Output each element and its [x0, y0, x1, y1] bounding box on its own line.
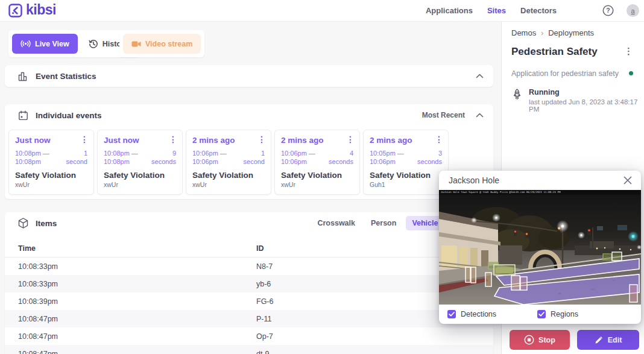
nav-applications[interactable]: Applications — [426, 6, 473, 15]
row-time: 10:08:39pm — [5, 297, 256, 306]
items-section: Items Crosswalk Person Vehicle Safety Ti… — [5, 212, 493, 354]
individual-events-section: Individual events Most Recent Just now ⋮… — [5, 104, 493, 199]
table-row[interactable]: 10:08:47pm Op-7 — [5, 327, 493, 345]
history-clock-icon — [89, 39, 98, 49]
breadcrumb: Demos › Deployments — [511, 28, 594, 37]
breadcrumb-deployments[interactable]: Deployments — [548, 28, 594, 37]
chevron-up-icon[interactable] — [476, 113, 484, 118]
event-id: xwUr — [192, 181, 265, 188]
detections-label: Detections — [461, 310, 496, 318]
event-time-range: 10:06pm —10:06pm — [281, 149, 315, 166]
top-bar: kibsi Applications Sites Detectors ? a — [0, 0, 644, 22]
edit-label: Edit — [608, 336, 622, 344]
avatar[interactable]: a — [627, 4, 639, 17]
table-row[interactable]: 10:08:39pm FG-6 — [5, 292, 493, 310]
deployment-actions: Stop Edit — [510, 330, 639, 350]
detections-checkbox[interactable] — [447, 310, 456, 318]
row-time: 10:08:47pm — [5, 350, 256, 354]
items-header: Items Crosswalk Person Vehicle Safety — [5, 212, 493, 234]
event-duration: 1second — [66, 149, 87, 166]
nav-detectors[interactable]: Detectors — [520, 6, 557, 15]
row-id: Op-7 — [256, 332, 493, 341]
live-view-button[interactable]: Live View — [12, 34, 78, 54]
event-time-ago: 2 mins ago — [281, 136, 353, 145]
kibsi-logo-text: kibsi — [26, 2, 56, 18]
event-time-ago: 2 mins ago — [192, 136, 265, 145]
breadcrumb-demos[interactable]: Demos — [511, 28, 536, 37]
event-duration: 9seconds — [151, 149, 176, 166]
kebab-menu-icon[interactable]: ⋮ — [169, 135, 177, 144]
event-card[interactable]: 2 mins ago ⋮ 10:05pm —10:06pm 3seconds S… — [363, 130, 449, 195]
stream-toggle-group: Video stream — [119, 30, 204, 57]
table-row[interactable]: 10:08:47pm P-11 — [5, 310, 493, 327]
event-time-ago: Just now — [104, 136, 176, 145]
kebab-menu-icon[interactable]: ⋮ — [257, 135, 266, 144]
event-card[interactable]: 2 mins ago ⋮ 10:06pm —10:06pm 4seconds S… — [274, 130, 360, 195]
event-card[interactable]: Just now ⋮ 10:08pm —10:08pm 1second Safe… — [8, 130, 94, 195]
camera-preview-modal: Jackson Hole — [439, 171, 641, 324]
nav-sites[interactable]: Sites — [487, 6, 506, 15]
calendar-icon — [18, 110, 28, 121]
camera-osd-text: Jackson Hole Town Square @ Yeah Buddy Pi… — [441, 191, 561, 194]
main-content: Live View History Video stream Event Sta… — [0, 22, 502, 354]
event-id: xwUr — [281, 181, 353, 188]
modal-header: Jackson Hole — [439, 171, 641, 190]
kibsi-logo[interactable]: kibsi — [8, 4, 56, 18]
table-row[interactable]: 10:08:47pm dt-9 — [5, 345, 493, 354]
individual-events-header[interactable]: Individual events Most Recent — [5, 104, 493, 126]
tab-vehicle[interactable]: Vehicle — [406, 216, 444, 230]
online-status-dot — [629, 71, 633, 75]
cube-icon — [18, 218, 28, 229]
svg-text:?: ? — [606, 7, 610, 14]
pencil-icon — [595, 335, 604, 344]
event-time-range: 10:08pm —10:08pm — [15, 149, 49, 166]
event-time-range: 10:05pm —10:06pm — [370, 149, 404, 166]
rocket-icon — [511, 88, 523, 113]
stop-label: Stop — [538, 336, 555, 344]
event-type: Safety Violation — [192, 171, 265, 180]
regions-checkbox[interactable] — [537, 310, 546, 318]
event-duration: 4seconds — [329, 149, 353, 166]
video-stream-button[interactable]: Video stream — [123, 34, 201, 54]
row-time: 10:08:47pm — [5, 332, 256, 341]
row-id: dt-9 — [256, 350, 493, 354]
kebab-menu-icon[interactable]: ⋮ — [346, 135, 355, 144]
edit-button[interactable]: Edit — [577, 330, 639, 350]
tab-crosswalk[interactable]: Crosswalk — [311, 216, 361, 230]
row-time: 10:08:33pm — [5, 262, 256, 271]
row-time: 10:08:47pm — [5, 315, 256, 323]
regions-label: Regions — [551, 310, 578, 318]
event-time-ago: 2 mins ago — [370, 136, 442, 145]
stop-button[interactable]: Stop — [510, 330, 570, 350]
sort-most-recent[interactable]: Most Recent — [422, 111, 465, 119]
live-view-label: Live View — [35, 40, 69, 48]
deployment-title: Pedestrian Safety — [511, 46, 598, 58]
kebab-menu-icon[interactable]: ⋮ — [80, 135, 89, 144]
event-id: xwUr — [104, 181, 176, 188]
live-camera-frame: Jackson Hole Town Square @ Yeah Buddy Pi… — [439, 190, 641, 305]
kebab-menu-icon[interactable]: ⋮ — [624, 46, 633, 57]
column-time: Time — [5, 244, 256, 253]
event-time-range: 10:08pm —10:08pm — [104, 149, 138, 166]
table-row[interactable]: 10:08:33pm N8-7 — [5, 258, 493, 275]
event-card[interactable]: Just now ⋮ 10:08pm —10:08pm 9seconds Saf… — [97, 130, 183, 195]
event-type: Safety Violation — [370, 171, 442, 180]
close-icon[interactable] — [623, 175, 633, 185]
deployment-description: Application for pedestrian safety — [511, 69, 619, 78]
event-card[interactable]: 2 mins ago ⋮ 10:06pm —10:06pm 1second Sa… — [186, 130, 271, 195]
kebab-menu-icon[interactable]: ⋮ — [435, 135, 443, 144]
event-duration: 3seconds — [417, 149, 442, 166]
event-id: Guh1 — [370, 181, 442, 188]
event-statistics-header[interactable]: Event Statistics — [5, 65, 493, 87]
row-time: 10:08:33pm — [5, 280, 256, 288]
table-row[interactable]: 10:08:33pm yb-6 — [5, 275, 493, 292]
event-duration: 1second — [244, 149, 265, 166]
broadcast-icon — [21, 40, 31, 48]
chevron-up-icon[interactable] — [476, 74, 484, 78]
help-icon[interactable]: ? — [602, 5, 614, 16]
items-table-header: Time ID — [5, 239, 493, 258]
event-type: Safety Violation — [15, 171, 87, 180]
event-type: Safety Violation — [281, 171, 353, 180]
items-title: Items — [36, 219, 57, 228]
tab-person[interactable]: Person — [365, 216, 402, 230]
